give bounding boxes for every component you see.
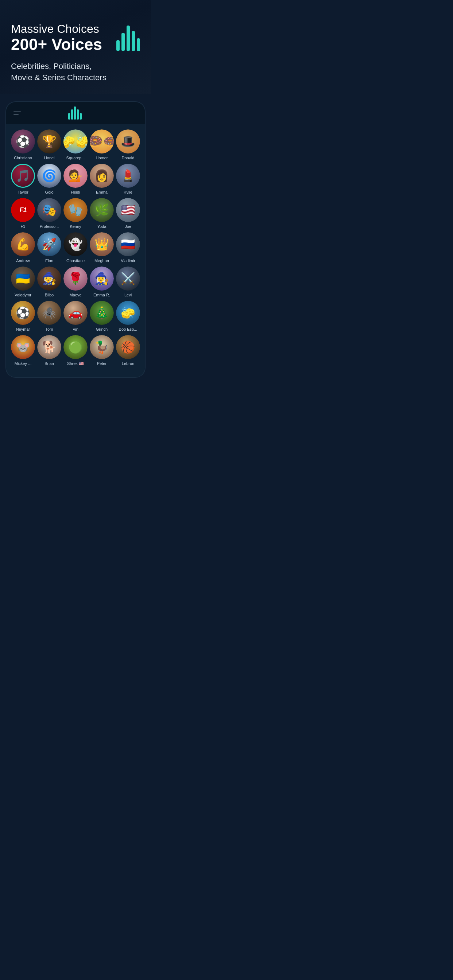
voice-emmar[interactable]: 🧙‍♀️ Emma R. (89, 267, 115, 297)
tom-avatar: 🕷️ (37, 301, 61, 325)
homer-label: Homer (96, 156, 108, 160)
voice-vin[interactable]: 🚗 Vin (62, 301, 89, 331)
brian-label: Brian (45, 361, 54, 366)
voice-kenny[interactable]: 🧤 Kenny (62, 198, 89, 229)
ghostface-label: Ghostface (66, 258, 85, 263)
voice-elon[interactable]: 🚀 Elon (36, 232, 62, 263)
menu-icon[interactable] (13, 111, 21, 115)
mickey-label: Mickey ... (14, 361, 31, 366)
heidi-avatar: 💁 (64, 164, 88, 188)
kenny-label: Kenny (70, 224, 81, 229)
voice-donald[interactable]: 🎩 Donald (115, 129, 141, 160)
joe-label: Joe (125, 224, 131, 229)
voice-ghostface[interactable]: 👻 Ghostface (62, 232, 89, 263)
voice-volodymyr[interactable]: 🇺🇦 Volodymr (10, 267, 36, 297)
hero-title: 200+ Voices (11, 36, 107, 53)
voice-maeve[interactable]: 🌹 Maeve (62, 267, 89, 297)
voice-lebron[interactable]: 🏀 Lebron (115, 335, 141, 366)
emma-avatar: 👩 (90, 164, 114, 188)
bobesp-avatar: 🧽 (116, 301, 140, 325)
christiano-label: Christiano (14, 156, 32, 160)
homer-avatar: 🍩 (90, 129, 114, 153)
neymar-avatar: ⚽ (11, 301, 35, 325)
voice-vladimir[interactable]: 🇷🇺 Vladimir (115, 232, 141, 263)
voice-taylor[interactable]: 🎵 Taylor (10, 164, 36, 194)
voice-gojo[interactable]: 🌀 Gojo (36, 164, 62, 194)
voice-yoda[interactable]: 🌿 Yoda (89, 198, 115, 229)
voice-bilbo[interactable]: 🧙 Bilbo (36, 267, 62, 297)
maeve-label: Maeve (69, 293, 81, 297)
vladimir-avatar: 🇷🇺 (116, 232, 140, 256)
voice-christiano[interactable]: ⚽ Christiano (10, 129, 36, 160)
meghan-label: Meghan (94, 258, 109, 263)
voice-emma[interactable]: 👩 Emma (89, 164, 115, 194)
voice-andrew[interactable]: 💪 Andrew (10, 232, 36, 263)
taylor-avatar: 🎵 (12, 165, 34, 187)
grinch-avatar: 🎄 (90, 301, 114, 325)
voice-shrek[interactable]: 🟢 Shrek 🇺🇸 (62, 335, 89, 366)
andrew-avatar: 💪 (11, 232, 35, 256)
voice-tom[interactable]: 🕷️ Tom (36, 301, 62, 331)
gojo-label: Gojo (45, 190, 53, 194)
mini-bar-4 (77, 110, 79, 119)
professor-avatar: 🎭 (37, 198, 61, 222)
emmar-label: Emma R. (93, 293, 110, 297)
yoda-label: Yoda (97, 224, 107, 229)
bilbo-avatar: 🧙 (37, 267, 61, 291)
mini-bar-3 (74, 107, 76, 119)
professor-label: Professo... (40, 224, 59, 229)
voice-levi[interactable]: ⚔️ Levi (115, 267, 141, 297)
voice-neymar[interactable]: ⚽ Neymar (10, 301, 36, 331)
voice-professor[interactable]: 🎭 Professo... (36, 198, 62, 229)
voice-mickey[interactable]: 🐭 Mickey ... (10, 335, 36, 366)
tom-label: Tom (46, 327, 53, 331)
waveform-icon (116, 22, 140, 51)
bilbo-label: Bilbo (45, 293, 54, 297)
voices-row-7: 🐭 Mickey ... 🐕 Brian 🟢 (10, 335, 141, 366)
app-header (6, 102, 145, 124)
donald-label: Donald (122, 156, 135, 160)
voice-joe[interactable]: 🇺🇸 Joe (115, 198, 141, 229)
voice-grinch[interactable]: 🎄 Grinch (89, 301, 115, 331)
voice-lionel[interactable]: 🏆 Lionel (36, 129, 62, 160)
mini-bar-2 (71, 110, 73, 119)
vladimir-label: Vladimir (121, 258, 135, 263)
voices-row-4: 💪 Andrew 🚀 Elon 👻 Gho (10, 232, 141, 263)
voice-peter[interactable]: 🦆 Peter (89, 335, 115, 366)
voice-kylie[interactable]: 💄 Kylie (115, 164, 141, 194)
gojo-avatar: 🌀 (37, 164, 61, 188)
maeve-avatar: 🌹 (64, 267, 88, 291)
voices-grid: ⚽ Christiano 🏆 Lionel 🧽 (6, 124, 145, 377)
voice-meghan[interactable]: 👑 Meghan (89, 232, 115, 263)
f1-avatar: F1 (11, 198, 35, 222)
voice-bobesp[interactable]: 🧽 Bob Esp... (115, 301, 141, 331)
voices-row-3: F1 F1 🎭 Professo... 🧤 (10, 198, 141, 229)
neymar-label: Neymar (16, 327, 30, 331)
voice-f1[interactable]: F1 F1 (10, 198, 36, 229)
squarep-avatar: 🧽 (64, 129, 88, 153)
taylor-label: Taylor (18, 190, 28, 194)
peter-avatar: 🦆 (90, 335, 114, 359)
app-container: ⚽ Christiano 🏆 Lionel 🧽 (5, 101, 145, 378)
voices-row-1: ⚽ Christiano 🏆 Lionel 🧽 (10, 129, 141, 160)
waveform-bar-5 (137, 38, 140, 51)
voices-row-2: 🎵 Taylor 🌀 Gojo 💁 Hei (10, 164, 141, 194)
voice-brian[interactable]: 🐕 Brian (36, 335, 62, 366)
voice-heidi[interactable]: 💁 Heidi (62, 164, 89, 194)
shrek-avatar: 🟢 (64, 335, 88, 359)
ghostface-avatar: 👻 (64, 232, 88, 256)
lebron-label: Lebron (122, 361, 134, 366)
squarep-label: Squarep... (66, 156, 85, 160)
hero-description: Celebrities, Politicians,Movie & Series … (11, 61, 107, 83)
voices-row-5: 🇺🇦 Volodymr 🧙 Bilbo 🌹 (10, 267, 141, 297)
header-waveform (68, 107, 82, 119)
waveform-bar-4 (132, 31, 135, 51)
kylie-label: Kylie (124, 190, 132, 194)
f1-label: F1 (21, 224, 26, 229)
voice-squarep[interactable]: 🧽 Squarep... (62, 129, 89, 160)
shrek-label: Shrek 🇺🇸 (67, 361, 84, 366)
vin-label: Vin (73, 327, 78, 331)
elon-avatar: 🚀 (37, 232, 61, 256)
meghan-avatar: 👑 (90, 232, 114, 256)
voice-homer[interactable]: 🍩 Homer (89, 129, 115, 160)
